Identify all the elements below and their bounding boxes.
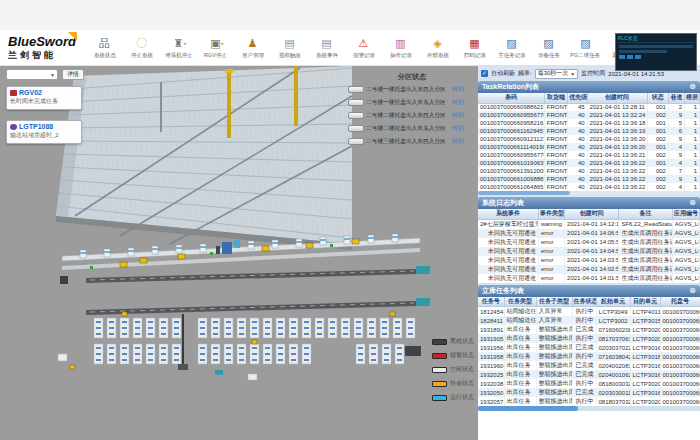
column-header[interactable]: 优先级 xyxy=(568,93,587,103)
horizontal-scrollbar[interactable] xyxy=(478,406,700,411)
column-header[interactable]: 任务子类型 xyxy=(536,297,572,307)
alert-card[interactable]: RGV02 长时间未完成任务 xyxy=(6,86,82,110)
zone-toggle[interactable] xyxy=(348,99,364,106)
toolbar-item-label: 设备任务 xyxy=(537,51,559,59)
toolbar-item[interactable]: ♜● 堆垛机停止 xyxy=(160,36,197,60)
system-status-icon: 品 xyxy=(99,36,110,51)
column-header[interactable]: 巷道 xyxy=(668,93,684,103)
column-header[interactable]: 楼层 xyxy=(684,93,699,103)
detail-button[interactable]: 详情 xyxy=(62,69,84,80)
device-select[interactable]: ▼ xyxy=(6,69,58,80)
zone-goto-link[interactable]: 转到 xyxy=(452,85,464,94)
toolbar-item[interactable]: ▥ 操作记录 xyxy=(382,36,419,60)
close-icon[interactable]: ⊗ xyxy=(689,81,696,93)
table-row[interactable]: 00100370006613912005FRONT402021-04-01 13… xyxy=(478,167,700,175)
column-header[interactable]: 起始单元 xyxy=(596,297,630,307)
table-row[interactable]: 1812454站间输送任务入库异常执行中LCTP3049LCTP40110010… xyxy=(478,307,700,317)
auto-refresh-checkbox[interactable]: ✓ xyxy=(481,70,488,77)
legend-swatch xyxy=(432,353,447,359)
column-header[interactable]: 条码 xyxy=(478,93,544,103)
toolbar-item-label: 堆垛机停止 xyxy=(165,51,193,59)
zone-toggle[interactable] xyxy=(348,138,364,145)
toolbar-item[interactable]: 〇 停止系统 xyxy=(123,36,160,60)
frequency-select[interactable]: 每30秒一次▼ xyxy=(535,69,579,79)
toolbar-item[interactable]: ⚠ 报警记录 xyxy=(345,36,382,60)
table-row[interactable]: 1932038出库任务整箱拣选出库执行中0818003032LCTP302000… xyxy=(478,379,700,388)
table-row[interactable]: 未回执无可用通道error2021-04-01 14:03:56生成出库调用任务… xyxy=(478,256,700,265)
alert-card[interactable]: LGTP1088 输送站堵货超时_2 xyxy=(6,120,82,144)
zone-row: 二号楼二楼托盘出入库东入分区 转到 xyxy=(348,124,476,133)
column-header[interactable]: 托盘号 xyxy=(660,297,700,307)
table-row[interactable]: 未回执无可用通道error2021-04-01 14:01:56生成出库调用任务… xyxy=(478,274,700,283)
table-row[interactable]: 00100370006609556770FRONT402021-04-01 13… xyxy=(478,111,700,119)
horizontal-scrollbar[interactable] xyxy=(478,191,700,195)
column-header[interactable]: 状态 xyxy=(647,93,668,103)
table-row[interactable]: 2#七层穿梭车经过提升机异常,车头长度warning2021-04-01 14:… xyxy=(478,219,700,229)
table-row[interactable]: 未回执无可用通道error2021-04-01 14:05:56生成出库调用任务… xyxy=(478,238,700,247)
zone-toggle[interactable] xyxy=(348,125,364,132)
table-row[interactable]: 1932050出库任务整箱拣选出库已完成0203030011LCTP301600… xyxy=(478,388,700,397)
pg-task-icon: ▨ xyxy=(580,36,590,51)
toolbar-item[interactable]: 品 系统状态 xyxy=(86,36,123,60)
zone-goto-link[interactable]: 转到 xyxy=(452,98,464,107)
toolbar-item[interactable]: ♟ 用户管理 xyxy=(234,36,271,60)
toolbar-item[interactable]: ▤ 授权触发 xyxy=(271,36,308,60)
zone-goto-link[interactable]: 转到 xyxy=(452,111,464,120)
panel-title: 立库任务列表 xyxy=(482,286,524,296)
table-row[interactable]: 00100370006609556770FRONT402021-04-01 13… xyxy=(478,151,700,159)
table-row[interactable]: 未回执无可用通道error2021-04-01 14:04:56生成出库调用任务… xyxy=(478,247,700,256)
table-row[interactable]: 00100370006610648651FRONT402021-04-01 13… xyxy=(478,183,700,191)
table-row[interactable]: 00100370006609886219FRONT452021-04-01 13… xyxy=(478,103,700,111)
close-icon[interactable]: ⊗ xyxy=(689,285,696,297)
table-row[interactable]: 00100370006610190639FRONT402021-04-01 13… xyxy=(478,159,700,167)
column-header[interactable]: 创建时间 xyxy=(565,209,619,219)
toolbar-item-label: 报警记录 xyxy=(352,51,374,59)
column-header[interactable]: 事件类型 xyxy=(538,209,564,219)
table-row[interactable]: 1931958出库任务整箱拣选出库执行中0716038042LCTP301800… xyxy=(478,352,700,361)
table-row[interactable]: 未回执无可用通道error2021-04-01 14:06:57生成出库调用任务… xyxy=(478,229,700,238)
close-icon[interactable]: ⊗ xyxy=(689,197,696,209)
table-row[interactable]: 1932057出库任务整箱拣选出库执行中0818037032LCTP302000… xyxy=(478,397,700,406)
column-header[interactable]: 任务状态 xyxy=(572,297,596,307)
minimap-dots xyxy=(619,55,693,59)
table-row[interactable]: 1931905出库任务整箱拣选出库执行中0817037061LCTP302000… xyxy=(478,334,700,343)
user-management-icon: ♟ xyxy=(248,36,258,51)
warehouse-3d-viewport[interactable]: ▼ 详情 RGV02 长时间未完成任务 LGTP1088 输送站堵货超时_2 分… xyxy=(0,66,478,440)
toolbar-item[interactable]: ▤ 系统事件 xyxy=(308,36,345,60)
zone-goto-link[interactable]: 转到 xyxy=(452,137,464,146)
legend-row: 报警状态 xyxy=(432,351,474,360)
toolbar-item[interactable]: ▨ 主任务记录 xyxy=(493,36,530,60)
minimap-bar xyxy=(619,50,667,53)
column-header[interactable]: 取货端 xyxy=(544,93,568,103)
column-header[interactable]: 创建时间 xyxy=(587,93,647,103)
table-row[interactable]: 00100370006611140190FRONT402021-04-01 13… xyxy=(478,143,700,151)
column-header[interactable]: 应用编号 xyxy=(672,209,699,219)
zone-list: 二号楼一楼托盘出入库西入分区 转到 二号楼一楼托盘出入库东入分区 转到 二号楼二… xyxy=(348,85,476,146)
table-row[interactable]: 1931891出库任务整箱拣选出库已完成0716060208LCTP302000… xyxy=(478,325,700,334)
table-row[interactable]: 00100370006611629457FRONT402021-04-01 13… xyxy=(478,127,700,135)
table-row[interactable]: 00100370006609121123FRONT402021-04-01 13… xyxy=(478,135,700,143)
column-header[interactable]: 任务类型 xyxy=(504,297,536,307)
table-row[interactable]: 1931956出库任务整箱拣选出库已完成0203037022LCTP301600… xyxy=(478,343,700,352)
column-header[interactable]: 系统事件 xyxy=(478,209,538,219)
column-header[interactable]: 任务号 xyxy=(478,297,504,307)
column-header[interactable]: 目的单元 xyxy=(630,297,660,307)
operation-log-icon: ▥ xyxy=(395,36,405,51)
table-row[interactable]: 00100370006609582162FRONT402021-04-01 13… xyxy=(478,119,700,127)
toolbar-item[interactable]: ▦ 扫码记录 xyxy=(456,36,493,60)
table-row[interactable]: 1828411站间输送任务入库异常执行中LCTP3002LCTP30150010… xyxy=(478,316,700,325)
toolbar-item[interactable]: ▣● RGV停止 xyxy=(197,36,234,60)
toolbar-item[interactable]: ▨ PG二维任务 xyxy=(567,36,604,60)
toolbar-item[interactable]: ◈ 外部系统 xyxy=(419,36,456,60)
zone-toggle[interactable] xyxy=(348,86,364,93)
status-badge: ● xyxy=(183,36,186,51)
column-header[interactable]: 备注 xyxy=(619,209,672,219)
table-row[interactable]: 00100370006610098881FRONT402021-04-01 13… xyxy=(478,175,700,183)
table-row[interactable]: 1931960出库任务整箱拣选出库已完成0204002081LCTP301600… xyxy=(478,361,700,370)
table-row[interactable]: 未回执无可用通道error2021-04-01 14:02:56生成出库调用任务… xyxy=(478,265,700,274)
toolbar-item[interactable]: ▨ 设备任务 xyxy=(530,36,567,60)
plc-status-minimap[interactable]: PLC状态 xyxy=(615,33,697,71)
zone-goto-link[interactable]: 转到 xyxy=(452,124,464,133)
table-row[interactable]: 1932025出库任务整箱拣选出库已完成0204001062LCTP301600… xyxy=(478,370,700,379)
zone-toggle[interactable] xyxy=(348,112,364,119)
